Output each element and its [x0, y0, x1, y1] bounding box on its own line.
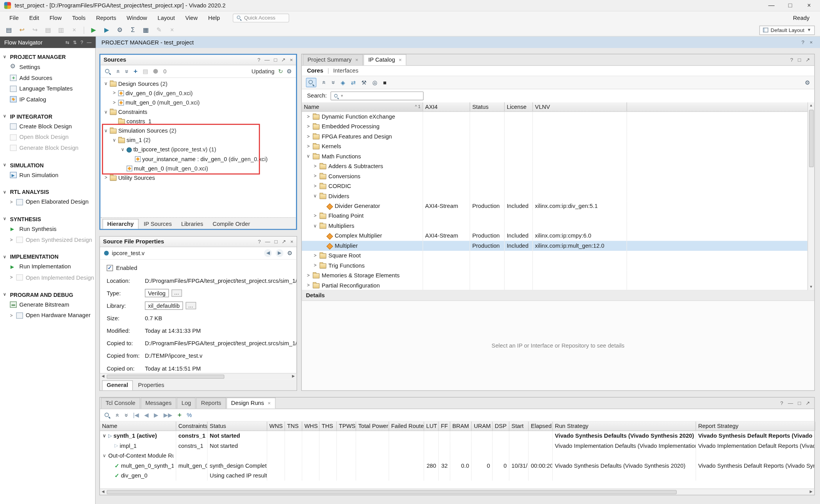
chevron-right-icon[interactable]: >: [306, 134, 310, 139]
expand-collapse-icon[interactable]: ⇅: [73, 40, 77, 45]
menu-window[interactable]: Window: [121, 13, 152, 23]
chevron-right-icon[interactable]: >: [306, 273, 310, 279]
chevron-right-icon[interactable]: >: [313, 263, 317, 268]
chevron-right-icon[interactable]: >: [306, 124, 310, 130]
ip-status-icon[interactable]: ◎: [372, 79, 377, 86]
menu-view[interactable]: View: [180, 13, 203, 23]
back-icon[interactable]: ◀: [264, 249, 272, 257]
chevron-right-icon[interactable]: >: [112, 90, 117, 96]
edit-icon[interactable]: ✎: [155, 27, 163, 34]
collapse-all-icon[interactable]: «: [320, 81, 327, 84]
column-header-vlnv[interactable]: VLNV: [533, 103, 627, 112]
run-row[interactable]: ✓div_gen_0Using cached IP results: [100, 471, 814, 481]
source-tree-row[interactable]: > div_gen_0 (div_gen_0.xci): [100, 88, 296, 98]
scroll-left-icon[interactable]: ◀: [100, 490, 106, 494]
open-file-icon[interactable]: ▤: [143, 68, 148, 75]
tab-tcl-console[interactable]: Tcl Console: [101, 398, 140, 409]
search-icon[interactable]: [306, 78, 316, 87]
catalog-row[interactable]: Divider Generator AXI4-Stream Production…: [302, 201, 808, 211]
float-icon[interactable]: □: [275, 239, 278, 245]
chevron-right-icon[interactable]: >: [313, 253, 317, 259]
collapse-all-icon[interactable]: «: [114, 69, 121, 73]
column-header-license[interactable]: License: [504, 103, 533, 112]
sidebar-item-run-synthesis[interactable]: Run Synthesis: [0, 224, 95, 234]
menu-file[interactable]: File: [4, 13, 24, 23]
runs-column-ths[interactable]: THS: [319, 422, 337, 431]
scrollbar-thumb[interactable]: [107, 490, 677, 494]
catalog-row[interactable]: ∨ Dividers: [302, 191, 808, 201]
runs-column-ff[interactable]: FF: [439, 422, 450, 431]
help-icon[interactable]: ?: [257, 57, 260, 63]
close-icon[interactable]: ×: [290, 57, 293, 63]
sidebar-item-run-implementation[interactable]: Run Implementation: [0, 261, 95, 272]
sidebar-item-language-templates[interactable]: Language Templates: [0, 83, 95, 94]
settings-gear-icon[interactable]: ⚙: [805, 79, 810, 86]
source-tree-row[interactable]: ∨ tb_ipcore_test (ipcore_test.v) (1): [100, 145, 296, 154]
runs-column-uram[interactable]: URAM: [472, 422, 493, 431]
help-icon[interactable]: ?: [802, 39, 804, 45]
sidebar-item-create-block-design[interactable]: Create Block Design: [0, 121, 95, 132]
runs-column-total-power[interactable]: Total Power: [356, 422, 389, 431]
percent-icon[interactable]: %: [187, 412, 192, 419]
chevron-right-icon[interactable]: >: [313, 184, 317, 189]
sidebar-item-open-synthesized-design[interactable]: > Open Synthesized Design: [0, 234, 95, 245]
refresh-icon[interactable]: ↻: [278, 68, 283, 75]
sidebar-item-generate-block-design[interactable]: Generate Block Design: [0, 143, 95, 154]
menu-reports[interactable]: Reports: [91, 13, 121, 23]
catalog-row[interactable]: > Trig Functions: [302, 261, 808, 270]
window-maximize-button[interactable]: □: [786, 2, 794, 9]
delete-icon[interactable]: ×: [71, 27, 78, 34]
chevron-down-icon[interactable]: ∨: [112, 137, 117, 143]
dock-icon[interactable]: ⇆: [65, 40, 69, 45]
tab-general[interactable]: General: [102, 380, 133, 390]
help-icon[interactable]: ?: [258, 239, 260, 245]
close-icon[interactable]: ×: [355, 57, 358, 63]
subnav-interfaces[interactable]: Interfaces: [333, 67, 358, 74]
run-row[interactable]: ∨▷synth_1 (active)constrs_1Not startedVi…: [100, 431, 814, 441]
sidebar-item-open-block-design[interactable]: Open Block Design: [0, 132, 95, 143]
menu-layout[interactable]: Layout: [152, 13, 180, 23]
copy-icon[interactable]: ▤: [45, 27, 52, 34]
subnav-cores[interactable]: Cores: [307, 67, 323, 74]
search-icon[interactable]: [105, 68, 111, 75]
sidebar-item-generate-bitstream[interactable]: Generate Bitstream: [0, 299, 95, 310]
settings-gear-icon[interactable]: ⚙: [287, 68, 292, 75]
catalog-row[interactable]: > Memories & Storage Elements: [302, 271, 808, 280]
close-icon[interactable]: ×: [809, 39, 813, 45]
sidebar-item-run-simulation[interactable]: Run Simulation: [0, 170, 95, 181]
create-run-icon[interactable]: +: [178, 411, 182, 419]
tab-properties[interactable]: Properties: [134, 381, 169, 390]
chevron-right-icon[interactable]: >: [306, 114, 310, 119]
catalog-row[interactable]: > Adders & Subtracters: [302, 161, 808, 171]
expand-all-icon[interactable]: »: [330, 81, 337, 84]
scroll-right-icon[interactable]: ▶: [808, 490, 814, 494]
source-tree-row[interactable]: your_instance_name : div_gen_0 (div_gen_…: [100, 154, 296, 163]
catalog-row[interactable]: Complex Multiplier AXI4-Stream Productio…: [302, 231, 808, 241]
search-icon[interactable]: [104, 412, 111, 418]
redo-icon[interactable]: ↪: [31, 27, 39, 34]
run-icon[interactable]: ▶: [90, 27, 97, 34]
undo-icon[interactable]: ↩: [18, 27, 26, 34]
catalog-row[interactable]: > Embedded Processing: [302, 122, 808, 131]
scrollbar-thumb[interactable]: [107, 374, 224, 379]
maximize-icon[interactable]: ↗: [281, 57, 285, 63]
catalog-row[interactable]: > Dynamic Function eXchange: [302, 112, 808, 122]
ellipsis-button[interactable]: …: [171, 289, 182, 296]
help-icon[interactable]: ?: [80, 40, 83, 45]
sidebar-item-settings[interactable]: Settings: [0, 62, 95, 73]
column-header-status[interactable]: Status: [470, 103, 504, 112]
property-input[interactable]: Verilog: [145, 289, 169, 297]
scroll-down-icon[interactable]: ▼: [809, 284, 813, 290]
horizontal-scrollbar[interactable]: ◀ ▶: [100, 373, 297, 379]
float-icon[interactable]: □: [798, 400, 801, 406]
chevron-right-icon[interactable]: >: [313, 213, 317, 219]
report-icon[interactable]: ▦: [142, 27, 150, 34]
stop-icon[interactable]: ■: [383, 79, 387, 86]
chevron-right-icon[interactable]: >: [103, 175, 108, 180]
runs-column-run-strategy[interactable]: Run Strategy: [553, 422, 696, 431]
chevron-right-icon[interactable]: >: [313, 164, 317, 169]
chevron-down-icon[interactable]: ∨: [103, 128, 108, 133]
vertical-scrollbar[interactable]: ▲ ▼: [808, 103, 814, 290]
runs-column-name[interactable]: Name: [100, 422, 176, 431]
horizontal-scrollbar[interactable]: ◀ ▶: [100, 488, 814, 495]
